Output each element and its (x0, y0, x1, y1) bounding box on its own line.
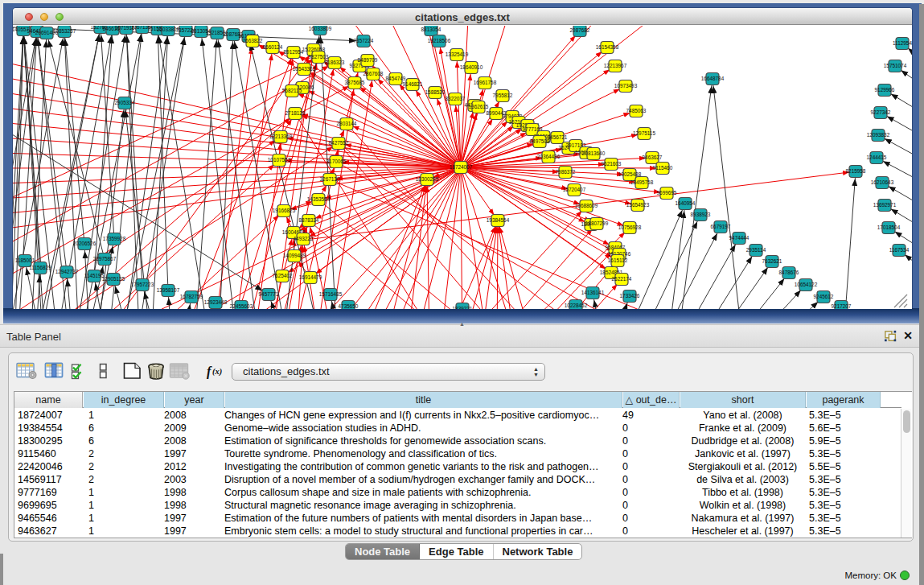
svg-text:13654923: 13654923 (626, 202, 650, 208)
svg-text:3170065: 3170065 (326, 159, 347, 164)
svg-text:7357224: 7357224 (354, 38, 374, 43)
svg-text:8660124: 8660124 (263, 44, 283, 50)
svg-text:10688609: 10688609 (575, 203, 598, 208)
svg-text:15720407: 15720407 (563, 187, 586, 192)
svg-text:17957223: 17957223 (131, 282, 154, 287)
svg-text:4735650: 4735650 (339, 303, 359, 309)
svg-text:8427552: 8427552 (329, 140, 349, 146)
svg-text:9129966: 9129966 (875, 87, 895, 93)
svg-text:7986372: 7986372 (556, 169, 576, 175)
svg-text:5682115: 5682115 (282, 88, 302, 93)
svg-text:16914479: 16914479 (299, 274, 322, 280)
svg-text:f: f (207, 365, 212, 379)
svg-text:9227342: 9227342 (871, 109, 891, 115)
svg-text:12975115: 12975115 (633, 130, 655, 136)
svg-text:3267130: 3267130 (320, 176, 340, 182)
svg-text:8215958: 8215958 (846, 168, 866, 174)
svg-text:8813054: 8813054 (421, 27, 441, 32)
svg-text:16961758: 16961758 (474, 80, 497, 85)
svg-text:8912954: 8912954 (284, 49, 304, 55)
svg-text:1588520: 1588520 (425, 89, 446, 95)
svg-text:1615112: 1615112 (608, 257, 628, 263)
svg-text:17359928: 17359928 (103, 236, 126, 241)
svg-text:9115460: 9115460 (653, 165, 673, 171)
svg-text:6679197: 6679197 (711, 224, 731, 229)
svg-text:15716485: 15716485 (319, 291, 343, 297)
svg-text:12905135: 12905135 (102, 276, 125, 282)
svg-text:16154358: 16154358 (596, 44, 619, 50)
svg-text:7955812: 7955812 (493, 93, 513, 98)
svg-text:12213369: 12213369 (269, 134, 293, 139)
svg-text:8478676: 8478676 (779, 270, 799, 275)
svg-text:12923448: 12923448 (204, 299, 228, 305)
svg-text:9827503: 9827503 (309, 54, 329, 60)
svg-text:20813640: 20813640 (582, 150, 606, 156)
svg-text:9457771: 9457771 (259, 291, 279, 297)
svg-text:10107553: 10107553 (268, 157, 291, 163)
svg-text:2522174: 2522174 (612, 276, 632, 282)
svg-text:12093832: 12093832 (867, 132, 890, 138)
svg-text:9463627: 9463627 (643, 154, 663, 160)
svg-text:8878334: 8878334 (299, 217, 319, 223)
svg-text:8322037: 8322037 (446, 96, 466, 101)
svg-text:18300295: 18300295 (416, 176, 439, 182)
svg-text:8938923: 8938923 (691, 212, 711, 217)
svg-text:19166825: 19166825 (273, 208, 296, 213)
svg-text:13692971: 13692971 (873, 202, 897, 208)
svg-text:1362615: 1362615 (469, 104, 489, 109)
svg-text:14353594: 14353594 (307, 196, 331, 202)
svg-text:22455603: 22455603 (230, 303, 253, 309)
svg-text:16033809: 16033809 (309, 26, 332, 31)
svg-text:9146821: 9146821 (403, 81, 423, 87)
svg-text:10543362: 10543362 (293, 66, 316, 72)
svg-text:8186323: 8186323 (325, 60, 345, 65)
svg-text:4493222: 4493222 (294, 236, 314, 241)
svg-text:1185001: 1185001 (15, 257, 35, 263)
svg-text:18724007: 18724007 (450, 164, 473, 170)
svg-text:14099489: 14099489 (283, 253, 306, 258)
svg-text:18495758: 18495758 (630, 179, 654, 185)
svg-text:1167534: 1167534 (889, 247, 910, 253)
svg-text:14136141: 14136141 (581, 290, 605, 295)
svg-text:19218506: 19218506 (428, 38, 451, 43)
svg-text:10654122: 10654122 (795, 282, 818, 287)
svg-text:9699695: 9699695 (657, 190, 677, 196)
svg-text:9245612: 9245612 (814, 294, 834, 299)
svg-text:17018504: 17018504 (877, 225, 901, 230)
svg-text:19384554: 19384554 (487, 217, 510, 223)
svg-text:9621603: 9621603 (602, 161, 622, 167)
svg-text:18640910: 18640910 (460, 64, 483, 70)
svg-text:2087682: 2087682 (570, 27, 590, 33)
svg-text:1112954: 1112954 (893, 40, 912, 46)
svg-text:16210643: 16210643 (871, 179, 894, 185)
svg-text:13325419: 13325419 (446, 51, 469, 57)
svg-text:16782759: 16782759 (180, 294, 203, 299)
svg-text:3875685: 3875685 (345, 80, 365, 85)
svg-text:10756928: 10756928 (618, 225, 642, 230)
svg-text:15751074: 15751074 (884, 63, 907, 68)
svg-text:10973493: 10973493 (614, 83, 638, 89)
svg-text:7663822: 7663822 (243, 38, 263, 43)
svg-text:12213967: 12213967 (604, 63, 627, 68)
svg-text:7625402: 7625402 (273, 273, 293, 278)
svg-text:7632621: 7632621 (762, 258, 782, 264)
svg-text:2867608: 2867608 (363, 71, 384, 76)
svg-text:8489709: 8489709 (358, 57, 378, 63)
svg-text:20206526: 20206526 (73, 241, 97, 246)
svg-text:1839221: 1839221 (453, 306, 473, 309)
svg-text:10853257: 10853257 (53, 28, 76, 34)
svg-text:1244415: 1244415 (867, 154, 887, 160)
svg-text:20364436: 20364436 (537, 154, 561, 159)
svg-text:2718126: 2718126 (285, 110, 306, 116)
svg-text:1640954: 1640954 (676, 200, 696, 206)
svg-text:3456721: 3456721 (548, 134, 568, 140)
svg-text:7485063: 7485063 (626, 108, 647, 113)
svg-text:9474444: 9474444 (729, 235, 749, 241)
svg-text:16648784: 16648784 (701, 76, 725, 81)
svg-text:2935114: 2935114 (746, 247, 766, 253)
svg-text:2905334: 2905334 (115, 100, 135, 105)
svg-text:13958107: 13958107 (157, 287, 180, 293)
svg-text:2803144: 2803144 (337, 121, 357, 126)
svg-text:8454749: 8454749 (386, 76, 406, 81)
svg-text:22975867: 22975867 (93, 256, 117, 262)
